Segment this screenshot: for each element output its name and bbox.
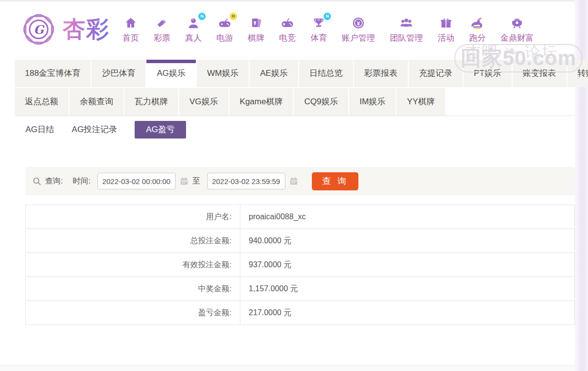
sports-trophy-icon: N xyxy=(311,16,327,30)
date-range-separator: 至 xyxy=(192,176,200,186)
nav-item-account-management[interactable]: ¥ 账户管理 xyxy=(342,16,375,44)
header: G 杏彩 首页 彩票 xyxy=(21,4,534,55)
report-row-total-bet: 总投注金额: 940.0000 元 xyxy=(26,229,574,253)
home-icon xyxy=(123,16,139,30)
nav-item-esports[interactable]: 电竞 xyxy=(279,16,296,44)
tab-188-sports[interactable]: 188金宝博体育 xyxy=(15,60,92,87)
row-label: 用户名: xyxy=(26,205,240,229)
profit-loss-report-table: 用户名: proaicai0088_xc 总投注金额: 940.0000 元 有… xyxy=(25,205,575,325)
nav-label: 电游 xyxy=(216,32,233,44)
emblem-letter: G xyxy=(29,20,48,39)
nav-label: 真人 xyxy=(185,32,202,44)
brand-emblem-icon: G xyxy=(21,11,57,47)
team-icon xyxy=(399,16,414,30)
nav-item-boardgames[interactable]: 棋牌 xyxy=(248,16,264,44)
nav-item-lottery[interactable]: 彩票 xyxy=(154,16,170,44)
account-coin-icon: ¥ xyxy=(351,16,366,30)
date-from-input[interactable] xyxy=(97,173,176,189)
tab-lottery-report[interactable]: 彩票报表 xyxy=(354,60,409,87)
tab-cq9-entertainment[interactable]: CQ9娱乐 xyxy=(294,88,349,116)
search-icon xyxy=(32,177,42,186)
page-top-accent xyxy=(0,0,588,1)
svg-text:¥: ¥ xyxy=(357,20,360,26)
subtab-ag-bet-records[interactable]: AG投注记录 xyxy=(72,121,118,139)
esports-gamepad-icon xyxy=(280,16,295,30)
nav-label: 体育 xyxy=(310,32,327,44)
nav-item-sports[interactable]: N 体育 xyxy=(310,16,327,44)
tab-saba-sports[interactable]: 沙巴体育 xyxy=(92,60,146,87)
nav-item-paofen[interactable]: 跑分 xyxy=(469,16,486,44)
row-label: 中奖金额: xyxy=(26,277,240,301)
gift-icon xyxy=(438,16,454,30)
tab-row-2: 返点总额 余额查询 瓦力棋牌 VG娱乐 Kgame棋牌 CQ9娱乐 IM娱乐 Y… xyxy=(15,88,575,116)
report-row-valid-bet: 有效投注金额: 937.0000 元 xyxy=(26,253,574,277)
subtab-ag-profit-loss[interactable]: AG盈亏 xyxy=(135,121,186,139)
nav-item-golden-wealth[interactable]: 金鼎财富 xyxy=(500,16,534,44)
page-right-gutter xyxy=(575,0,588,371)
cards-icon xyxy=(248,16,264,30)
new-badge: N xyxy=(324,13,331,20)
nav-label: 跑分 xyxy=(469,32,486,44)
brand-logo[interactable]: G 杏彩 xyxy=(21,11,110,47)
tab-rebate-total[interactable]: 返点总额 xyxy=(15,88,70,116)
tab-ag-entertainment[interactable]: AG娱乐 xyxy=(146,60,197,87)
tab-row-1: 188金宝博体育 沙巴体育 AG娱乐 WM娱乐 AE娱乐 日结总览 彩票报表 充… xyxy=(15,60,575,87)
nav-item-slots[interactable]: H 电游 xyxy=(216,16,233,44)
ag-subtabs: AG日结 AG投注记录 AG盈亏 xyxy=(25,121,186,139)
tab-pt-entertainment[interactable]: PT娱乐 xyxy=(464,60,513,87)
row-value: 1,157.0000 元 xyxy=(240,277,574,301)
search-panel: 查询: 时间: 至 查 询 xyxy=(25,167,575,195)
row-value: proaicai0088_xc xyxy=(240,205,574,229)
nav-item-home[interactable]: 首页 xyxy=(122,16,139,44)
hot-badge: H xyxy=(230,13,237,20)
tab-im-entertainment[interactable]: IM娱乐 xyxy=(349,88,397,116)
golden-cauldron-icon xyxy=(509,16,525,30)
subtab-ag-daily[interactable]: AG日结 xyxy=(25,121,54,139)
nav-item-promotions[interactable]: 活动 xyxy=(438,16,454,44)
tab-wm-entertainment[interactable]: WM娱乐 xyxy=(197,60,250,87)
report-row-winnings: 中奖金额: 1,157.0000 元 xyxy=(26,277,574,301)
tab-transfer-report[interactable]: 转账报表 xyxy=(567,60,588,87)
nav-label: 账户管理 xyxy=(342,32,375,44)
tab-strip-underline xyxy=(15,116,575,116)
row-label: 总投注金额: xyxy=(26,229,240,253)
date-to-input[interactable] xyxy=(207,173,285,189)
tab-daily-summary[interactable]: 日结总览 xyxy=(299,60,354,87)
nav-label: 金鼎财富 xyxy=(500,32,534,44)
search-submit-button[interactable]: 查 询 xyxy=(312,172,358,190)
slots-gamepad-icon: H xyxy=(217,16,233,30)
tab-deposit-withdraw-records[interactable]: 充提记录 xyxy=(409,60,464,87)
tab-ae-entertainment[interactable]: AE娱乐 xyxy=(250,60,299,87)
report-row-username: 用户名: proaicai0088_xc xyxy=(26,205,574,229)
live-person-icon: N xyxy=(186,16,201,30)
report-tab-strip: 188金宝博体育 沙巴体育 AG娱乐 WM娱乐 AE娱乐 日结总览 彩票报表 充… xyxy=(15,60,575,116)
horse-icon xyxy=(470,16,485,30)
main-nav: 首页 彩票 N 真人 xyxy=(122,16,534,44)
row-value: 940.0000 元 xyxy=(240,229,574,253)
tab-kgame-games[interactable]: Kgame棋牌 xyxy=(230,88,294,116)
tab-account-change-report[interactable]: 账变报表 xyxy=(513,60,567,87)
nav-label: 首页 xyxy=(122,32,139,44)
nav-label: 棋牌 xyxy=(248,32,264,44)
nav-item-live[interactable]: N 真人 xyxy=(185,16,202,44)
nav-item-team-management[interactable]: 团队管理 xyxy=(390,16,423,44)
row-label: 盈亏金额: xyxy=(26,301,240,325)
row-label: 有效投注金额: xyxy=(26,253,240,277)
nav-label: 电竞 xyxy=(279,32,296,44)
tab-vg-entertainment[interactable]: VG娱乐 xyxy=(179,88,230,116)
tab-balance-query[interactable]: 余额查询 xyxy=(70,88,124,116)
calendar-icon[interactable] xyxy=(180,177,188,186)
tab-wali-games[interactable]: 瓦力棋牌 xyxy=(124,88,179,116)
page-bottom-strip xyxy=(0,365,575,371)
lottery-tickets-icon xyxy=(154,16,170,30)
brand-name: 杏彩 xyxy=(63,14,110,45)
nav-label: 活动 xyxy=(438,32,454,44)
calendar-icon[interactable] xyxy=(289,177,298,186)
tab-yy-games[interactable]: YY棋牌 xyxy=(397,88,446,116)
row-value: 937.0000 元 xyxy=(240,253,574,277)
report-row-profit-loss: 盈亏金额: 217.0000 元 xyxy=(26,301,574,325)
nav-label: 彩票 xyxy=(154,32,170,44)
time-label: 时间: xyxy=(72,176,90,186)
row-value: 217.0000 元 xyxy=(240,301,574,325)
new-badge: N xyxy=(198,13,206,20)
